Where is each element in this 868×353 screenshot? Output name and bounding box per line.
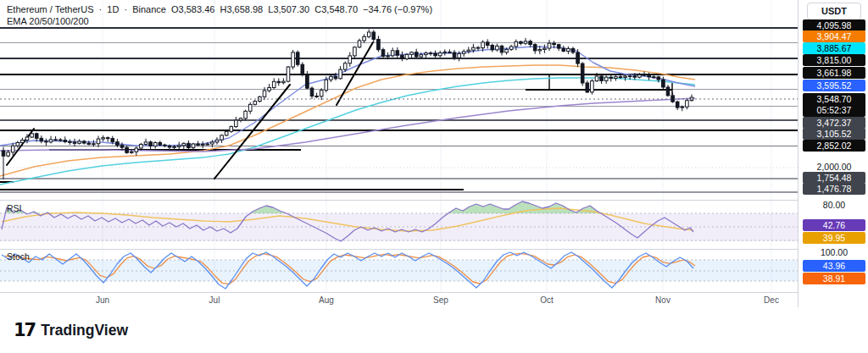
candle [591, 81, 594, 92]
candle [396, 51, 399, 55]
candle [239, 119, 242, 120]
candle [576, 52, 580, 63]
candle [310, 88, 314, 96]
trendline-drawing[interactable] [7, 129, 34, 165]
candle [486, 42, 489, 46]
rsi-pane-label[interactable]: RSI [7, 203, 22, 213]
candle [405, 54, 409, 58]
candle [135, 148, 138, 152]
stoch-pane-label[interactable]: Stoch [7, 251, 30, 262]
candle [595, 76, 598, 81]
candle [448, 52, 452, 52]
candle [604, 77, 608, 80]
ema-indicator-label[interactable]: EMA 20/50/100/200 [7, 16, 89, 26]
candle [619, 77, 622, 78]
candle [69, 141, 72, 142]
tradingview-branding[interactable]: 17 TradingView [14, 318, 128, 342]
candle [301, 64, 304, 74]
candle [277, 81, 281, 82]
candle [425, 53, 428, 55]
candle [671, 96, 675, 102]
candle [429, 53, 432, 54]
candle [443, 52, 447, 52]
time-axis-label-oct: Oct [540, 295, 554, 305]
candle [681, 107, 684, 108]
rsi-ma-badge: 39.95 [803, 232, 865, 244]
candle [567, 48, 570, 51]
indicator-legend-row[interactable]: EMA 20/50/100/200 [7, 15, 435, 27]
candle [358, 41, 361, 47]
time-axis[interactable]: JunJulAugSepOctNovDec [0, 292, 798, 308]
candle [306, 74, 309, 88]
candle [538, 49, 542, 50]
candle [296, 52, 299, 64]
candle [248, 104, 252, 111]
candle [609, 77, 613, 78]
candle [164, 145, 167, 146]
candle [438, 52, 442, 55]
candle [192, 144, 195, 148]
candle [182, 143, 186, 146]
candle [16, 143, 19, 146]
time-axis-label-aug: Aug [319, 295, 334, 305]
exchange-label[interactable]: Binance [132, 4, 166, 14]
candle [363, 36, 366, 41]
candle [520, 41, 523, 43]
chart-canvas-area[interactable]: Ethereum / TetherUS · 1D · Binance O3,58… [0, 0, 798, 307]
symbol-title[interactable]: Ethereum / TetherUS [7, 4, 94, 14]
candle [343, 63, 347, 69]
candle [434, 53, 437, 56]
candle [533, 45, 537, 51]
symbol-legend-row: Ethereum / TetherUS · 1D · Binance O3,58… [7, 3, 435, 15]
level-label-2852: 2,852.02 [803, 140, 865, 152]
candle [320, 91, 323, 97]
candle [11, 146, 14, 152]
axis-tick-2000: 2,000.00 [803, 161, 865, 173]
level-label-4095: 4,095.98 [803, 19, 865, 31]
candle [377, 39, 381, 49]
candle [571, 48, 575, 52]
ohlc-low: L3,507.30 [268, 4, 309, 14]
time-axis-label-nov: Nov [655, 295, 670, 305]
candle [543, 48, 547, 49]
candle [581, 63, 584, 83]
candle [348, 56, 352, 63]
candle [78, 141, 81, 143]
candle [206, 144, 209, 145]
chart-legend[interactable]: Ethereum / TetherUS · 1D · Binance O3,58… [7, 3, 435, 27]
candle [315, 96, 319, 97]
candle [177, 146, 181, 146]
candle [505, 49, 509, 52]
candle [628, 76, 632, 77]
candle [49, 140, 53, 142]
candle [168, 146, 171, 147]
candle [387, 56, 390, 57]
candle [244, 111, 248, 119]
ohlc-high: H3,658.98 [220, 4, 263, 14]
candle [467, 50, 470, 52]
candle [21, 140, 25, 142]
candle [25, 137, 29, 140]
candle [330, 76, 333, 80]
candle [82, 141, 86, 143]
candle [92, 144, 96, 145]
interval-label[interactable]: 1D [107, 4, 119, 14]
candle [197, 144, 200, 145]
candle [325, 80, 328, 90]
candle [287, 67, 290, 81]
candle [496, 46, 499, 50]
candle [633, 76, 637, 77]
price-chart-svg[interactable] [0, 0, 798, 292]
legend-separator: · [99, 4, 103, 14]
level-label-3105: 3,105.52 [803, 128, 865, 140]
candle [458, 53, 461, 58]
currency-toggle-button[interactable]: USDT [807, 3, 861, 20]
candle [40, 138, 43, 141]
candle [529, 41, 532, 45]
candle [415, 52, 418, 57]
candle [491, 45, 494, 49]
candle [125, 147, 129, 152]
price-axis[interactable]: USDT 3,548.70 05:52:37 4,095.983,904.473… [798, 0, 868, 307]
candle [676, 102, 679, 108]
rsi-value-badge: 42.76 [803, 219, 865, 231]
